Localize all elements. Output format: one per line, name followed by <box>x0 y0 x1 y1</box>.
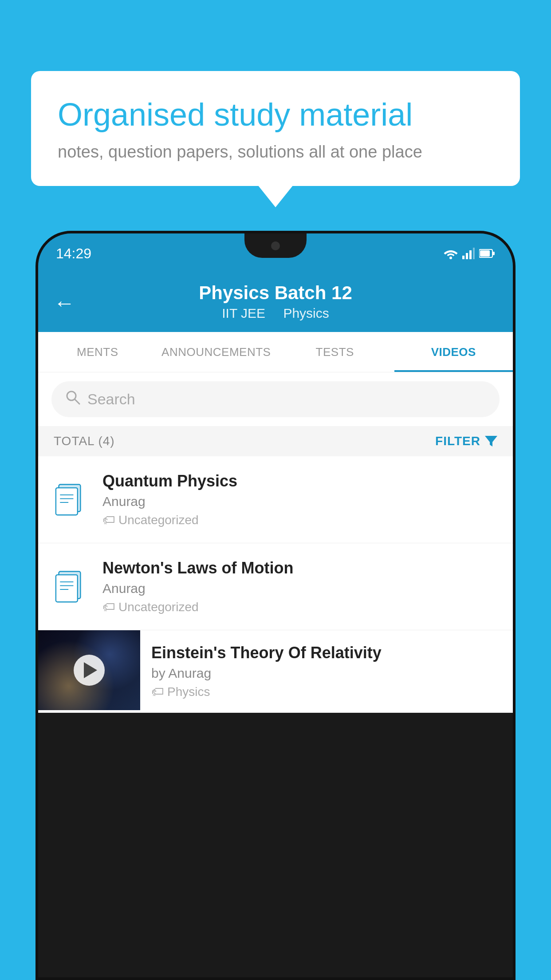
speech-bubble-card: Organised study material notes, question… <box>31 71 520 186</box>
svg-rect-4 <box>473 248 475 259</box>
video-author: by Anurag <box>151 666 502 681</box>
play-button[interactable] <box>74 655 105 686</box>
tag-label: Uncategorized <box>118 600 199 614</box>
tag-icon: 🏷 <box>102 600 115 614</box>
tag-label: Uncategorized <box>118 513 199 527</box>
svg-rect-2 <box>466 253 468 259</box>
filter-row: TOTAL (4) FILTER <box>38 426 513 456</box>
notch <box>244 233 307 258</box>
status-time: 14:29 <box>56 245 91 262</box>
video-tag: 🏷 Uncategorized <box>102 513 500 527</box>
video-title: Quantum Physics <box>102 472 500 490</box>
app-header: ← Physics Batch 12 IIT JEE Physics <box>38 273 513 332</box>
svg-line-9 <box>75 399 79 404</box>
filter-label: FILTER <box>435 434 480 448</box>
video-author: Anurag <box>102 581 500 596</box>
search-container: Search <box>38 372 513 426</box>
svg-rect-17 <box>56 575 78 602</box>
list-item[interactable]: Newton's Laws of Motion Anurag 🏷 Uncateg… <box>38 543 513 630</box>
search-icon <box>65 389 81 409</box>
video-file-icon <box>51 481 91 518</box>
tab-videos[interactable]: VIDEOS <box>394 332 513 372</box>
status-icons <box>444 248 495 259</box>
video-title: Einstein's Theory Of Relativity <box>151 644 502 662</box>
signal-icon <box>462 248 475 259</box>
batch-title: Physics Batch 12 <box>56 282 495 304</box>
filter-button[interactable]: FILTER <box>435 434 497 448</box>
video-title: Newton's Laws of Motion <box>102 559 500 577</box>
tab-tests[interactable]: TESTS <box>276 332 394 372</box>
video-tag: 🏷 Physics <box>151 684 502 699</box>
tag-icon: 🏷 <box>151 684 164 699</box>
svg-rect-12 <box>56 488 78 515</box>
svg-rect-3 <box>469 250 472 259</box>
subtitle-iitjee: IIT JEE <box>222 306 265 320</box>
tab-bar: MENTS ANNOUNCEMENTS TESTS VIDEOS <box>38 332 513 372</box>
search-placeholder: Search <box>87 391 135 408</box>
speech-bubble-subtext: notes, question papers, solutions all at… <box>58 142 493 162</box>
wifi-icon <box>444 248 458 259</box>
battery-icon <box>479 249 495 258</box>
status-bar: 14:29 <box>38 233 513 273</box>
speech-bubble-heading: Organised study material <box>58 95 493 134</box>
speech-bubble-section: Organised study material notes, question… <box>31 71 520 186</box>
phone-frame: 14:29 <box>35 231 516 980</box>
video-file-icon <box>51 568 91 605</box>
total-count: TOTAL (4) <box>54 434 115 448</box>
batch-subtitle: IIT JEE Physics <box>56 306 495 321</box>
subtitle-physics: Physics <box>283 306 329 320</box>
play-icon <box>84 662 97 678</box>
video-list: Quantum Physics Anurag 🏷 Uncategorized <box>38 456 513 713</box>
video-info: Newton's Laws of Motion Anurag 🏷 Uncateg… <box>102 559 500 614</box>
tag-label: Physics <box>167 685 210 699</box>
video-info: Einstein's Theory Of Relativity by Anura… <box>140 630 513 712</box>
tag-icon: 🏷 <box>102 513 115 527</box>
camera-icon <box>271 241 280 250</box>
svg-rect-6 <box>492 252 495 255</box>
svg-marker-10 <box>485 436 497 447</box>
video-tag: 🏷 Uncategorized <box>102 600 500 614</box>
video-thumbnail <box>38 630 140 710</box>
search-bar[interactable]: Search <box>51 381 500 417</box>
video-author: Anurag <box>102 494 500 509</box>
tab-announcements[interactable]: ANNOUNCEMENTS <box>157 332 276 372</box>
svg-rect-7 <box>480 250 490 257</box>
filter-icon <box>485 436 497 447</box>
list-item[interactable]: Quantum Physics Anurag 🏷 Uncategorized <box>38 456 513 543</box>
back-button[interactable]: ← <box>54 291 75 315</box>
video-info: Quantum Physics Anurag 🏷 Uncategorized <box>102 472 500 527</box>
tab-ments[interactable]: MENTS <box>38 332 157 372</box>
list-item[interactable]: Einstein's Theory Of Relativity by Anura… <box>38 630 513 713</box>
svg-rect-1 <box>462 256 464 259</box>
svg-point-0 <box>449 257 452 259</box>
